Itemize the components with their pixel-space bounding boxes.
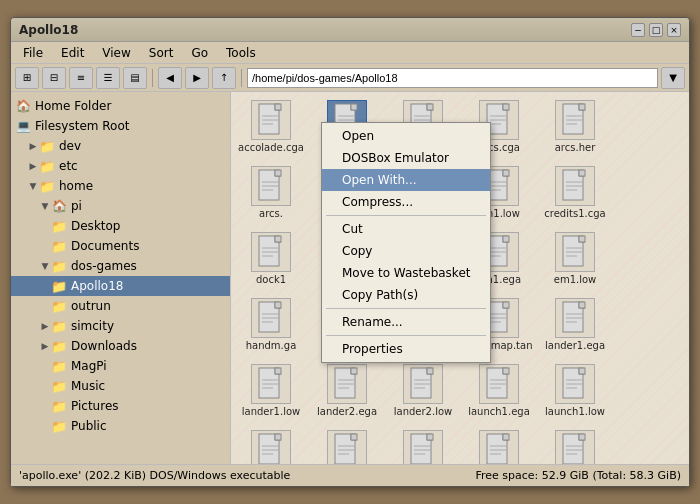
expand-pi-icon[interactable]: ▼ — [39, 200, 51, 212]
forward-button[interactable]: ▶ — [185, 67, 209, 89]
file-item[interactable]: handm.ga — [235, 294, 307, 356]
sidebar-item-dev[interactable]: ▶ 📁 dev — [11, 136, 230, 156]
menu-edit[interactable]: Edit — [53, 44, 92, 62]
apollo18-icon: 📁 — [51, 278, 67, 294]
icon-small-view-button[interactable]: ⊞ — [15, 67, 39, 89]
outrun-icon: 📁 — [51, 298, 67, 314]
ctx-rename[interactable]: Rename... — [322, 311, 490, 333]
icon-large-view-button[interactable]: ⊟ — [42, 67, 66, 89]
file-label: em1.low — [554, 274, 597, 286]
separator-2 — [241, 69, 242, 87]
file-item[interactable]: arcs. — [235, 162, 307, 224]
sidebar-item-pi[interactable]: ▼ 🏠 pi — [11, 196, 230, 216]
music-label: Music — [71, 379, 105, 393]
sidebar-item-home-folder[interactable]: 🏠 Home Folder — [11, 96, 230, 116]
ctx-sep-1 — [326, 215, 486, 216]
expand-simcity-icon[interactable]: ▶ — [39, 320, 51, 332]
file-label: launch1.low — [545, 406, 605, 418]
svg-rect-8 — [351, 104, 357, 110]
list-view-button[interactable]: ≡ — [69, 67, 93, 89]
sidebar-item-etc[interactable]: ▶ 📁 etc — [11, 156, 230, 176]
file-label: launch1.ega — [468, 406, 530, 418]
menu-view[interactable]: View — [94, 44, 138, 62]
file-icon — [479, 364, 519, 404]
sidebar-item-public[interactable]: 📁 Public — [11, 416, 230, 436]
refresh-button[interactable]: ▼ — [661, 67, 685, 89]
up-button[interactable]: ↑ — [212, 67, 236, 89]
expand-dos-icon[interactable]: ▼ — [39, 260, 51, 272]
file-label: dock1 — [256, 274, 286, 286]
file-item[interactable]: lander2.ega — [311, 360, 383, 422]
ctx-open-with[interactable]: Open With... — [322, 169, 490, 191]
expand-etc-icon[interactable]: ▶ — [27, 160, 39, 172]
compact-view-button[interactable]: ▤ — [123, 67, 147, 89]
pi-home-icon: 🏠 — [51, 198, 67, 214]
svg-rect-14 — [427, 104, 433, 110]
menu-go[interactable]: Go — [183, 44, 216, 62]
ctx-copy-path[interactable]: Copy Path(s) — [322, 284, 490, 306]
maximize-button[interactable]: □ — [649, 23, 663, 37]
file-item[interactable]: launch1.ega — [463, 360, 535, 422]
simcity-label: simcity — [71, 319, 114, 333]
ctx-cut[interactable]: Cut — [322, 218, 490, 240]
ctx-compress[interactable]: Compress... — [322, 191, 490, 213]
documents-icon: 📁 — [51, 238, 67, 254]
sidebar-item-magpi[interactable]: 📁 MagPi — [11, 356, 230, 376]
sidebar-item-pictures[interactable]: 📁 Pictures — [11, 396, 230, 416]
file-item[interactable]: lander1.low — [235, 360, 307, 422]
sidebar-item-documents[interactable]: 📁 Documents — [11, 236, 230, 256]
ctx-move-wastebasket[interactable]: Move to Wastebasket — [322, 262, 490, 284]
sidebar-item-music[interactable]: 📁 Music — [11, 376, 230, 396]
menu-sort[interactable]: Sort — [141, 44, 182, 62]
svg-rect-158 — [351, 434, 357, 440]
sidebar-item-filesystem-root[interactable]: 💻 Filesystem Root — [11, 116, 230, 136]
address-bar[interactable] — [247, 68, 658, 88]
status-bar: 'apollo.exe' (202.2 KiB) DOS/Windows exe… — [11, 464, 689, 486]
expand-home-icon[interactable]: ▼ — [27, 180, 39, 192]
sidebar-item-outrun[interactable]: 📁 outrun — [11, 296, 230, 316]
ctx-open[interactable]: Open — [322, 125, 490, 147]
file-item[interactable]: dock1 — [235, 228, 307, 290]
sidebar-item-dos-games[interactable]: ▼ 📁 dos-games — [11, 256, 230, 276]
sidebar-item-apollo18[interactable]: 📁 Apollo18 — [11, 276, 230, 296]
file-item[interactable]: lander2.low — [387, 360, 459, 422]
documents-label: Documents — [71, 239, 139, 253]
ctx-copy[interactable]: Copy — [322, 240, 490, 262]
ctx-properties[interactable]: Properties — [322, 338, 490, 360]
sidebar-item-home[interactable]: ▼ 📁 home — [11, 176, 230, 196]
svg-rect-20 — [503, 104, 509, 110]
back-button[interactable]: ◀ — [158, 67, 182, 89]
status-left: 'apollo.exe' (202.2 KiB) DOS/Windows exe… — [19, 469, 290, 482]
file-item[interactable]: moonmen.ega — [387, 426, 459, 464]
desktop-icon: 📁 — [51, 218, 67, 234]
file-item[interactable]: moonmen.cga — [311, 426, 383, 464]
file-item[interactable]: moonmen.low — [539, 426, 611, 464]
file-item[interactable]: accolade.cga — [235, 96, 307, 158]
file-icon — [555, 364, 595, 404]
menu-tools[interactable]: Tools — [218, 44, 264, 62]
file-item[interactable]: mission1.cga — [235, 426, 307, 464]
menu-file[interactable]: File — [15, 44, 51, 62]
file-item[interactable]: launch1.low — [539, 360, 611, 422]
file-item[interactable]: arcs.her — [539, 96, 611, 158]
svg-rect-122 — [275, 368, 281, 374]
svg-rect-170 — [503, 434, 509, 440]
file-item[interactable]: moonmen.her — [463, 426, 535, 464]
sidebar-item-simcity[interactable]: ▶ 📁 simcity — [11, 316, 230, 336]
title-bar: Apollo18 − □ × — [11, 18, 689, 42]
sidebar-item-downloads[interactable]: ▶ 📁 Downloads — [11, 336, 230, 356]
file-item[interactable]: em1.low — [539, 228, 611, 290]
file-item[interactable]: lander1.ega — [539, 294, 611, 356]
ctx-dosbox[interactable]: DOSBox Emulator — [322, 147, 490, 169]
svg-rect-116 — [579, 302, 585, 308]
file-icon — [251, 232, 291, 272]
detail-view-button[interactable]: ☰ — [96, 67, 120, 89]
file-icon — [251, 100, 291, 140]
minimize-button[interactable]: − — [631, 23, 645, 37]
file-item[interactable]: credits1.cga — [539, 162, 611, 224]
sidebar-item-desktop[interactable]: 📁 Desktop — [11, 216, 230, 236]
expand-dev-icon[interactable]: ▶ — [27, 140, 39, 152]
file-icon — [555, 100, 595, 140]
close-button[interactable]: × — [667, 23, 681, 37]
expand-downloads-icon[interactable]: ▶ — [39, 340, 51, 352]
